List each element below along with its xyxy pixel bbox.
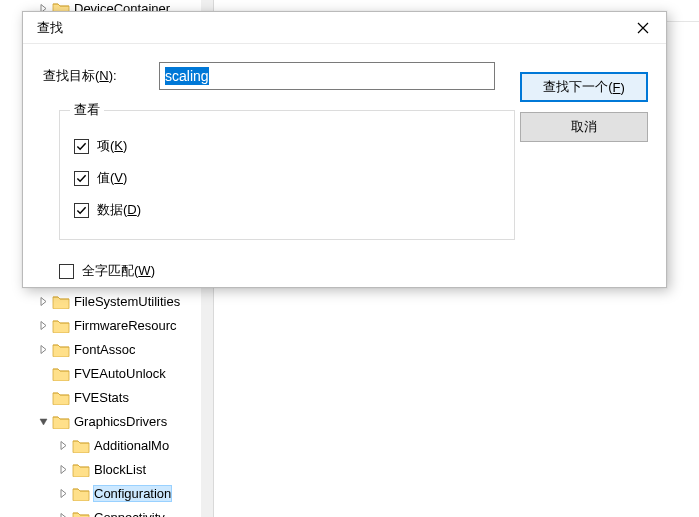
check-icon — [76, 173, 87, 184]
checkbox-keys[interactable] — [74, 139, 89, 154]
tree-node-label: FVEStats — [74, 390, 129, 405]
folder-icon — [72, 462, 90, 477]
tree-node-configuration[interactable]: Configuration — [0, 481, 201, 505]
check-icon — [76, 205, 87, 216]
chevron-down-icon[interactable] — [36, 414, 50, 428]
chevron-right-icon[interactable] — [56, 486, 70, 500]
checkbox-row-wholeword[interactable]: 全字匹配(W) — [59, 262, 155, 280]
checkbox-row-values[interactable]: 值(V) — [74, 165, 500, 191]
tree-node-label: GraphicsDrivers — [74, 414, 167, 429]
folder-icon — [72, 486, 90, 501]
dialog-title: 查找 — [37, 19, 63, 37]
checkbox-data-label: 数据(D) — [97, 201, 141, 219]
folder-icon — [52, 366, 70, 381]
chevron-right-icon[interactable] — [36, 342, 50, 356]
checkbox-row-data[interactable]: 数据(D) — [74, 197, 500, 223]
chevron-right-icon[interactable] — [56, 510, 70, 517]
tree-node-fontassoc[interactable]: FontAssoc — [0, 337, 201, 361]
tree-node-additionalmo[interactable]: AdditionalMo — [0, 433, 201, 457]
tree-node-connectivity[interactable]: Connectivity — [0, 505, 201, 517]
close-icon — [637, 22, 649, 34]
tree-node-label: FVEAutoUnlock — [74, 366, 166, 381]
find-target-label: 查找目标(N): — [43, 67, 159, 85]
find-target-input[interactable] — [159, 62, 495, 90]
tree-node-fveautounlock[interactable]: FVEAutoUnlock — [0, 361, 201, 385]
tree-node-firmwareresourc[interactable]: FirmwareResourc — [0, 313, 201, 337]
folder-icon — [52, 414, 70, 429]
checkbox-data[interactable] — [74, 203, 89, 218]
lookin-legend: 查看 — [70, 101, 104, 119]
find-next-button[interactable]: 查找下一个(F) — [520, 72, 648, 102]
tree-node-blocklist[interactable]: BlockList — [0, 457, 201, 481]
checkbox-values[interactable] — [74, 171, 89, 186]
tree-node-fvestats[interactable]: FVEStats — [0, 385, 201, 409]
dialog-buttons: 查找下一个(F) 取消 — [520, 72, 648, 142]
tree-node-graphicsdrivers[interactable]: GraphicsDrivers — [0, 409, 201, 433]
check-icon — [76, 141, 87, 152]
folder-icon — [52, 342, 70, 357]
chevron-right-icon[interactable] — [36, 318, 50, 332]
checkbox-values-label: 值(V) — [97, 169, 127, 187]
tree-node-label: FontAssoc — [74, 342, 135, 357]
find-dialog: 查找 查找目标(N): scaling 查看 项( — [22, 11, 667, 288]
lookin-group: 查看 项(K) 值(V) — [59, 110, 515, 240]
cancel-button[interactable]: 取消 — [520, 112, 648, 142]
tree-node-filesystemutilities[interactable]: FileSystemUtilities — [0, 289, 201, 313]
find-target-input-wrap: scaling — [159, 62, 495, 90]
checkbox-row-keys[interactable]: 项(K) — [74, 133, 500, 159]
folder-icon — [52, 318, 70, 333]
folder-icon — [52, 390, 70, 405]
tree-node-label: Connectivity — [94, 510, 165, 518]
folder-icon — [72, 438, 90, 453]
checkbox-keys-label: 项(K) — [97, 137, 127, 155]
tree-node-label: FileSystemUtilities — [74, 294, 180, 309]
dialog-body: 查找目标(N): scaling 查看 项(K) — [23, 44, 666, 287]
chevron-right-icon[interactable] — [36, 294, 50, 308]
folder-icon — [72, 510, 90, 518]
tree-node-label: FirmwareResourc — [74, 318, 177, 333]
tree-node-label: AdditionalMo — [94, 438, 169, 453]
folder-icon — [52, 294, 70, 309]
chevron-right-icon[interactable] — [56, 438, 70, 452]
checkbox-wholeword[interactable] — [59, 264, 74, 279]
chevron-right-icon[interactable] — [56, 462, 70, 476]
checkbox-wholeword-label: 全字匹配(W) — [82, 262, 155, 280]
tree-node-label: Configuration — [94, 486, 171, 501]
dialog-titlebar[interactable]: 查找 — [23, 12, 666, 44]
close-button[interactable] — [620, 12, 666, 44]
tree-node-label: BlockList — [94, 462, 146, 477]
